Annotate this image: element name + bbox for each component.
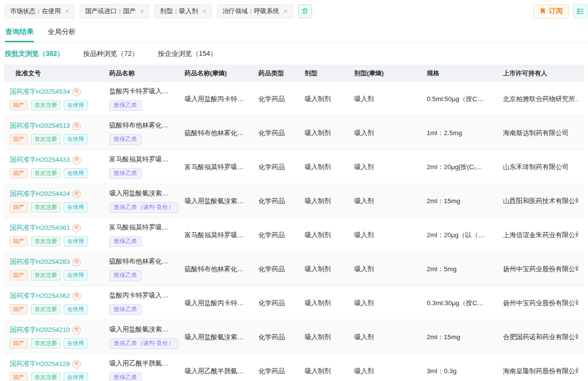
tag-in-use: 在使用 [64,270,87,280]
spec-cell: 2ml：15mg [427,333,503,342]
subtab-browse-by-company[interactable]: 按企业浏览（154） [158,50,217,58]
subscribe-button[interactable]: 订阅 [533,4,569,18]
drug-name-cell: 硫酸特布他林雾化… 医保乙类 [109,257,185,280]
column-settings-button[interactable] [573,4,588,18]
filter-tag-label: 剂型：吸入剂 [160,7,198,16]
drug-name[interactable]: 硫酸特布他林雾化… [109,121,179,130]
column-header: 药品名称(摩熵) [185,69,259,78]
spec-cell: 1ml：2.5mg [427,129,503,138]
column-header: 上市许可持有人 [503,69,578,78]
spec-cell: 2ml：20μg[按(C₁… [427,163,503,172]
remove-filter-icon[interactable]: × [65,8,69,15]
drug-type-cell: 化学药品 [259,231,305,240]
tag-in-use: 在使用 [64,168,87,178]
tag-first-registration: 首次注册 [31,202,60,212]
list-settings-icon [576,7,585,16]
approval-number-link[interactable]: 国药准字H20254424 [10,190,70,198]
approval-number-link[interactable]: 国药准字H20254534 [10,87,70,96]
table-row: 国药准字H20254424 市 国产 首次注册 在使用 吸入用盐酸氨溴索… 医保… [4,184,584,218]
drug-name-moxiang-cell: 吸入用盐酸氨溴索… [185,197,259,206]
spec-cell: 2ml：5mg [427,265,503,274]
drug-name-cell: 吸入用乙酰半胱氨… 医保乙类 [109,359,185,381]
drug-name[interactable]: 吸入用盐酸氨溴索… [109,325,179,334]
market-badge-icon: 市 [72,156,81,164]
tag-first-registration: 首次注册 [31,168,60,178]
dosage-form-moxiang-cell: 吸入剂 [354,129,427,138]
tag-first-registration: 首次注册 [31,304,60,314]
tag-in-use: 在使用 [64,134,87,144]
holder-cell: 北京柏雅联合药物研究所… [503,95,578,104]
clear-filters-button[interactable] [298,4,312,18]
holder-cell: 扬州中宝药业股份有限公司 [503,265,578,274]
column-header: 剂型(摩熵) [354,69,427,78]
filter-tag: 市场状态：在使用× [5,4,74,18]
approval-cell: 国药准字H20254362 市 国产 首次注册 在使用 [10,292,109,314]
dosage-form-cell: 吸入制剂 [305,333,354,342]
filter-tag-label: 国产或进口：国产 [85,7,136,16]
tab-global-analysis[interactable]: 全局分析 [47,22,76,42]
drug-type-cell: 化学药品 [259,95,305,104]
tag-in-use: 在使用 [64,372,87,381]
market-badge-icon: 市 [72,190,81,198]
dosage-form-cell: 吸入制剂 [305,265,354,274]
tag-domestic: 国产 [10,270,28,280]
dosage-form-moxiang-cell: 吸入剂 [354,95,427,104]
approval-number-link[interactable]: 国药准字H20254283 [10,258,70,266]
tag-first-registration: 首次注册 [31,338,60,348]
tag-domestic: 国产 [10,372,28,381]
approval-number-link[interactable]: 国药准字H20254128 [10,360,70,368]
drug-name[interactable]: 吸入用盐酸氨溴索… [109,189,179,198]
dosage-form-cell: 吸入制剂 [305,299,354,308]
drug-name[interactable]: 吸入用乙酰半胱氨… [109,359,179,368]
tag-domestic: 国产 [10,338,28,348]
approval-number-link[interactable]: 国药准字H20254361 [10,224,70,232]
insurance-badge: 医保乙类（谈判-竞价） [109,338,178,348]
dosage-form-cell: 吸入制剂 [305,95,354,104]
dosage-form-moxiang-cell: 吸入剂 [354,231,427,240]
drug-name[interactable]: 盐酸丙卡特罗吸入… [109,291,179,300]
market-badge-icon: 市 [72,88,81,96]
filter-bar: 市场状态：在使用×国产或进口：国产×剂型：吸入剂×治疗领域：呼吸系统× 订阅 [0,0,588,22]
drug-type-cell: 化学药品 [259,265,305,274]
table-row: 国药准字H20254362 市 国产 首次注册 在使用 盐酸丙卡特罗吸入… 医保… [4,286,584,320]
drug-name-cell: 盐酸丙卡特罗吸入… 医保乙类 [109,291,185,314]
approval-number-link[interactable]: 国药准字H20254210 [10,326,70,334]
approval-number-link[interactable]: 国药准字H20254513 [10,121,70,130]
filter-tag: 剂型：吸入剂× [155,4,211,18]
drug-name-cell: 吸入用盐酸氨溴索… 医保乙类（谈判-竞价） [109,325,185,348]
approval-cell: 国药准字H20254283 市 国产 首次注册 在使用 [10,258,109,280]
tab-query-results[interactable]: 查询结果 [5,22,34,42]
filter-tag-list: 市场状态：在使用×国产或进口：国产×剂型：吸入剂×治疗领域：呼吸系统× [5,4,293,18]
approval-number-link[interactable]: 国药准字H20254362 [10,292,70,300]
holder-cell: 山西阳和医药技术有限公司 [503,197,578,206]
table-row: 国药准字H20254283 市 国产 首次注册 在使用 硫酸特布他林雾化… 医保… [4,252,584,286]
remove-filter-icon[interactable]: × [202,8,206,15]
dosage-form-cell: 吸入制剂 [305,129,354,138]
dosage-form-cell: 吸入制剂 [305,163,354,172]
table-header-row: 批准文号药品名称药品名称(摩熵)药品类型剂型剂型(摩熵)规格上市许可持有人 [4,65,584,82]
page: 市场状态：在使用×国产或进口：国产×剂型：吸入剂×治疗领域：呼吸系统× 订阅 查… [0,0,588,381]
remove-filter-icon[interactable]: × [284,8,288,15]
tag-domestic: 国产 [10,134,28,144]
tag-in-use: 在使用 [64,236,87,246]
subtab-bar: 按批文浏览（382）按品种浏览（72）按企业浏览（154） [0,43,588,65]
drug-name[interactable]: 盐酸丙卡特罗吸入… [109,87,179,96]
subtab-browse-by-approval[interactable]: 按批文浏览（382） [5,50,64,58]
subscribe-label: 订阅 [549,7,563,16]
market-badge-icon: 市 [72,258,81,266]
drug-name-cell: 富马酸福莫特罗吸… 医保乙类 [109,155,185,178]
subtab-browse-by-variety[interactable]: 按品种浏览（72） [83,50,138,58]
spec-cell: 3ml：0.3g [427,367,503,376]
market-badge-icon: 市 [72,122,81,130]
drug-name-moxiang-cell: 硫酸特布他林雾化… [185,129,259,138]
approval-number-link[interactable]: 国药准字H20254433 [10,156,70,164]
market-badge-icon: 市 [72,292,81,300]
remove-filter-icon[interactable]: × [140,8,144,15]
tag-domestic: 国产 [10,202,28,212]
drug-name[interactable]: 富马酸福莫特罗吸… [109,155,179,164]
drug-name[interactable]: 富马酸福莫特罗吸… [109,223,179,232]
market-badge-icon: 市 [72,326,81,334]
tag-domestic: 国产 [10,304,28,314]
drug-name[interactable]: 硫酸特布他林雾化… [109,257,179,266]
column-header: 规格 [427,69,503,78]
